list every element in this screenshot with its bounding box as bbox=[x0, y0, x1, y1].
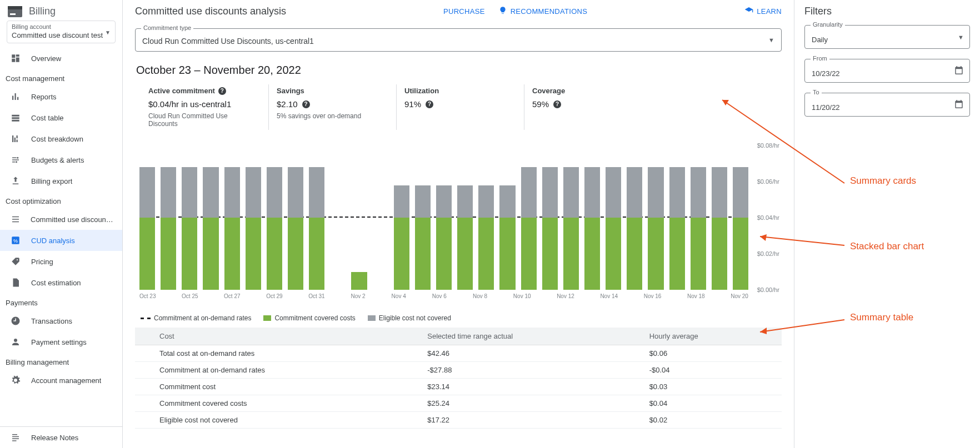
x-tick: Nov 4 bbox=[391, 293, 406, 299]
svg-text:%: % bbox=[13, 238, 18, 244]
bar bbox=[351, 272, 367, 290]
tag-icon bbox=[10, 256, 21, 267]
x-tick bbox=[537, 293, 552, 299]
to-date-input[interactable]: To 11/20/22 bbox=[804, 93, 970, 117]
bar-seg-not-covered bbox=[436, 185, 452, 218]
legend-commitment-line: Commitment at on-demand rates bbox=[141, 314, 251, 322]
billing-account-value: Committed use discount test bbox=[12, 31, 111, 39]
commitment-type-value: Cloud Run Committed Use Discounts, us-ce… bbox=[142, 37, 314, 46]
sidebar-item-billing-export[interactable]: Billing export bbox=[0, 170, 122, 192]
gear-icon bbox=[10, 375, 21, 386]
notes-icon bbox=[10, 432, 21, 443]
summary-cards: Active commitment? $0.04/hr in us-centra… bbox=[135, 84, 782, 130]
bar-seg-covered bbox=[691, 218, 706, 290]
commitment-type-label: Commitment type bbox=[141, 24, 193, 31]
card-value: $0.04/hr in us-central1 bbox=[148, 99, 255, 109]
bar-seg-not-covered bbox=[224, 167, 240, 218]
breakdown-icon bbox=[10, 133, 21, 144]
bar bbox=[182, 167, 197, 290]
export-icon bbox=[10, 175, 21, 187]
x-tick: Nov 8 bbox=[473, 293, 488, 299]
bar-seg-not-covered bbox=[309, 167, 324, 218]
legend-covered: Commitment covered costs bbox=[263, 314, 355, 322]
card-value: $2.10 bbox=[277, 99, 298, 109]
sidebar-item-label: Reports bbox=[31, 93, 57, 101]
sidebar-item-committed-use-discounts[interactable]: Committed use discounts… bbox=[0, 209, 122, 230]
granularity-select[interactable]: Granularity Daily ▼ bbox=[804, 25, 970, 49]
x-tick: Oct 25 bbox=[182, 293, 198, 299]
sidebar-item-cud-analysis[interactable]: %CUD analysis bbox=[0, 230, 122, 251]
cell-hourly: $0.04 bbox=[644, 395, 782, 412]
sidebar-item-label: Transactions bbox=[31, 317, 72, 325]
cell-actual: $17.22 bbox=[422, 412, 643, 429]
sidebar-item-pricing[interactable]: Pricing bbox=[0, 251, 122, 272]
bar-seg-not-covered bbox=[606, 167, 621, 218]
card-savings: Savings $2.10? 5% savings over on-demand bbox=[268, 84, 396, 130]
sidebar-item-transactions[interactable]: Transactions bbox=[0, 310, 122, 331]
help-icon[interactable]: ? bbox=[218, 87, 226, 95]
cell-actual: $23.14 bbox=[422, 379, 643, 395]
cell-actual: $25.24 bbox=[422, 395, 643, 412]
bar-seg-covered bbox=[542, 218, 558, 290]
from-label: From bbox=[811, 55, 829, 62]
bar-seg-not-covered bbox=[691, 167, 706, 218]
legend-label: Eligible cost not covered bbox=[379, 314, 451, 322]
sidebar-item-overview[interactable]: Overview bbox=[0, 48, 122, 69]
purchase-link[interactable]: PURCHASE bbox=[443, 7, 485, 16]
x-tick bbox=[493, 293, 508, 299]
nav-section-title: Billing management bbox=[0, 353, 122, 370]
calendar-icon bbox=[954, 99, 964, 110]
bar bbox=[267, 167, 282, 290]
x-tick: Oct 31 bbox=[308, 293, 324, 299]
from-value: 10/23/22 bbox=[812, 69, 840, 78]
sidebar-item-label: Account management bbox=[31, 376, 101, 385]
commitment-type-select[interactable]: Commitment type Cloud Run Committed Use … bbox=[135, 28, 782, 52]
usage-chart: $0.00/hr$0.02/hr$0.04/hr$0.06/hr$0.08/hr… bbox=[135, 145, 782, 306]
bar bbox=[669, 167, 685, 290]
filters-title: Filters bbox=[804, 6, 970, 17]
card-sub: Cloud Run Committed Use Discounts bbox=[148, 112, 255, 128]
help-icon[interactable]: ? bbox=[302, 100, 310, 108]
x-tick: Nov 14 bbox=[600, 293, 618, 299]
bar-seg-covered bbox=[224, 218, 240, 290]
bar bbox=[648, 167, 663, 290]
learn-link[interactable]: LEARN bbox=[744, 6, 782, 17]
table-row: Commitment cost$23.14$0.03 bbox=[135, 379, 782, 395]
billing-account-selector[interactable]: Billing account Committed use discount t… bbox=[7, 21, 116, 43]
card-sub: 5% savings over on-demand bbox=[277, 112, 383, 120]
sidebar-item-release-notes[interactable]: Release Notes bbox=[0, 427, 122, 448]
nav-section-title: Cost optimization bbox=[0, 192, 122, 209]
x-tick: Nov 18 bbox=[687, 293, 705, 299]
sidebar-item-budgets-alerts[interactable]: Budgets & alerts bbox=[0, 149, 122, 170]
bar-seg-not-covered bbox=[394, 185, 409, 218]
x-tick bbox=[288, 293, 303, 299]
bar-seg-not-covered bbox=[203, 167, 218, 218]
sidebar-item-cost-table[interactable]: Cost table bbox=[0, 107, 122, 128]
bar bbox=[627, 167, 642, 290]
help-icon[interactable]: ? bbox=[426, 100, 433, 108]
y-tick: $0.04/hr bbox=[757, 214, 779, 221]
recommendations-link[interactable]: RECOMMENDATIONS bbox=[498, 6, 588, 17]
chevron-down-icon: ▼ bbox=[105, 29, 111, 35]
help-icon[interactable]: ? bbox=[553, 100, 561, 108]
sidebar-item-payment-settings[interactable]: Payment settings bbox=[0, 331, 122, 353]
granularity-label: Granularity bbox=[811, 21, 845, 28]
card-label: Savings bbox=[277, 87, 383, 95]
sidebar-item-label: Payment settings bbox=[31, 338, 87, 346]
sidebar-item-cost-breakdown[interactable]: Cost breakdown bbox=[0, 128, 122, 149]
bar bbox=[733, 167, 748, 290]
bar-seg-not-covered bbox=[182, 167, 197, 218]
legend-label: Commitment covered costs bbox=[274, 314, 355, 322]
cell-label: Commitment cost bbox=[154, 379, 422, 395]
table-row: Eligible cost not covered$17.22$0.02 bbox=[135, 412, 782, 429]
from-date-input[interactable]: From 10/23/22 bbox=[804, 59, 970, 83]
svg-point-1 bbox=[16, 161, 17, 163]
bar-seg-covered bbox=[436, 218, 452, 290]
y-tick: $0.06/hr bbox=[757, 178, 779, 185]
sidebar-item-cost-estimation[interactable]: Cost estimation bbox=[0, 272, 122, 293]
sidebar-item-reports[interactable]: Reports bbox=[0, 86, 122, 107]
x-tick bbox=[331, 293, 346, 299]
chart-legend: Commitment at on-demand rates Commitment… bbox=[141, 314, 782, 322]
sidebar-item-account-management[interactable]: Account management bbox=[0, 370, 122, 391]
bar bbox=[712, 167, 727, 290]
